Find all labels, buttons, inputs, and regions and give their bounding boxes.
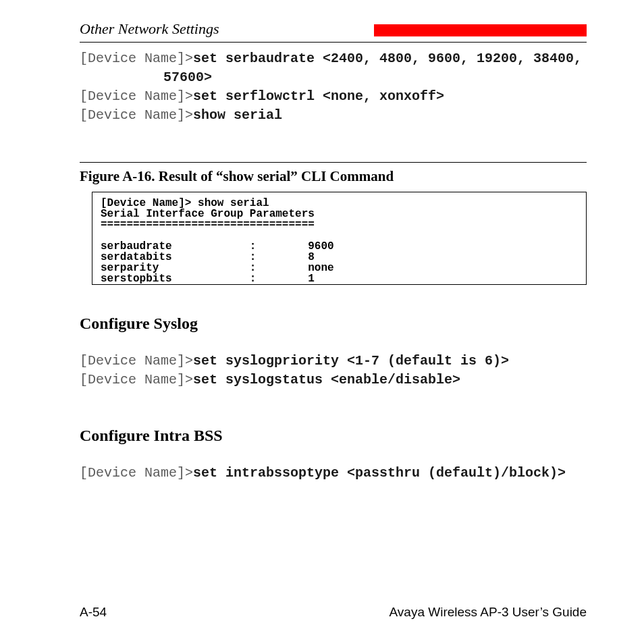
cli-command: set syslogstatus <enable/disable>: [193, 372, 460, 387]
terminal-output: [Device Name]> show serial Serial Interf…: [92, 192, 587, 285]
footer: A-54 Avaya Wireless AP-3 User’s Guide: [80, 605, 587, 620]
cli-line: [Device Name]>set intrabssoptype <passth…: [80, 464, 587, 483]
figure-top-rule: [80, 162, 587, 163]
cli-command: set serbaudrate <2400, 4800, 9600, 19200…: [193, 51, 582, 66]
cli-prompt: [Device Name]>: [80, 465, 193, 481]
cli-prompt: [Device Name]>: [80, 51, 193, 66]
cli-command: set intrabssoptype <passthru (default)/b…: [193, 465, 566, 481]
cli-line: 57600>: [163, 68, 587, 87]
cli-command: 57600>: [163, 70, 212, 85]
header-rule: [80, 42, 587, 43]
cli-block-serial: [Device Name]>set serbaudrate <2400, 480…: [80, 49, 587, 125]
cli-command: set syslogpriority <1-7 (default is 6)>: [193, 353, 509, 369]
red-header-bar: [374, 24, 587, 36]
page-number: A-54: [80, 605, 107, 620]
cli-command: set serflowctrl <none, xonxoff>: [193, 88, 444, 104]
cli-prompt: [Device Name]>: [80, 372, 193, 387]
cli-line: [Device Name]>set serbaudrate <2400, 480…: [80, 49, 587, 68]
section-heading-syslog: Configure Syslog: [80, 315, 587, 333]
cli-line: [Device Name]>set syslogpriority <1-7 (d…: [80, 352, 587, 371]
page: Other Network Settings [Device Name]>set…: [0, 0, 644, 644]
doc-title: Avaya Wireless AP-3 User’s Guide: [389, 605, 587, 620]
header-row: Other Network Settings: [80, 20, 587, 38]
figure-caption: Figure A-16. Result of “show serial” CLI…: [80, 168, 587, 185]
section-heading-intrabss: Configure Intra BSS: [80, 427, 587, 445]
cli-line: [Device Name]>show serial: [80, 106, 587, 125]
cli-prompt: [Device Name]>: [80, 88, 193, 104]
cli-prompt: [Device Name]>: [80, 107, 193, 123]
cli-line: [Device Name]>set syslogstatus <enable/d…: [80, 371, 587, 390]
cli-command: show serial: [193, 107, 282, 123]
cli-line: [Device Name]>set serflowctrl <none, xon…: [80, 87, 587, 106]
cli-prompt: [Device Name]>: [80, 353, 193, 369]
page-section-title: Other Network Settings: [80, 20, 219, 38]
cli-block-intrabss: [Device Name]>set intrabssoptype <passth…: [80, 464, 587, 483]
cli-block-syslog: [Device Name]>set syslogpriority <1-7 (d…: [80, 352, 587, 390]
